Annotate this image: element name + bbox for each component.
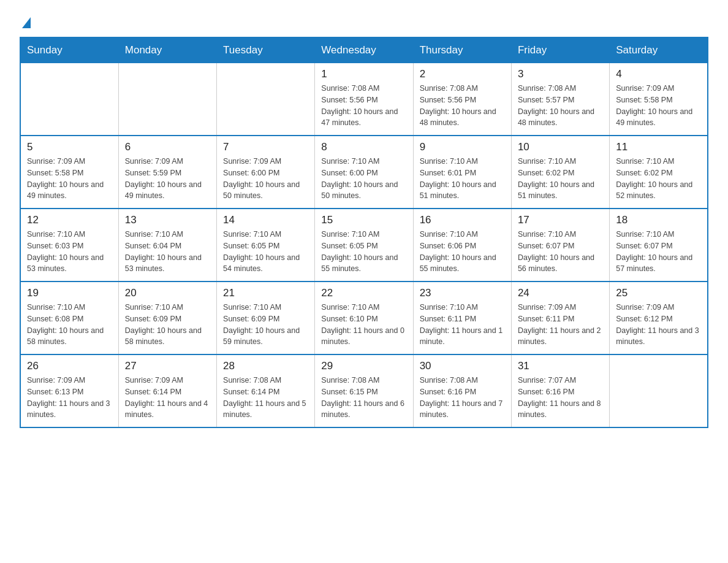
day-info: Sunrise: 7:10 AM Sunset: 6:05 PM Dayligh… [223,229,308,275]
calendar-day-5: 5Sunrise: 7:09 AM Sunset: 5:58 PM Daylig… [20,136,118,209]
calendar-table: SundayMondayTuesdayWednesdayThursdayFrid… [20,37,708,428]
weekday-header-sunday: Sunday [20,37,118,63]
day-number: 7 [223,141,308,153]
day-info: Sunrise: 7:08 AM Sunset: 5:56 PM Dayligh… [321,83,406,129]
calendar-day-14: 14Sunrise: 7:10 AM Sunset: 6:05 PM Dayli… [217,209,315,282]
calendar-day-16: 16Sunrise: 7:10 AM Sunset: 6:06 PM Dayli… [413,209,511,282]
empty-cell [20,63,118,136]
calendar-week-row: 12Sunrise: 7:10 AM Sunset: 6:03 PM Dayli… [20,209,708,282]
calendar-day-26: 26Sunrise: 7:09 AM Sunset: 6:13 PM Dayli… [20,354,118,427]
day-number: 29 [321,360,406,372]
day-info: Sunrise: 7:09 AM Sunset: 6:11 PM Dayligh… [518,302,603,348]
day-info: Sunrise: 7:10 AM Sunset: 6:01 PM Dayligh… [420,156,505,202]
calendar-day-12: 12Sunrise: 7:10 AM Sunset: 6:03 PM Dayli… [20,209,118,282]
day-info: Sunrise: 7:10 AM Sunset: 6:09 PM Dayligh… [223,302,308,348]
day-number: 8 [321,141,406,153]
day-number: 9 [420,141,505,153]
day-info: Sunrise: 7:10 AM Sunset: 6:10 PM Dayligh… [321,302,406,348]
day-number: 22 [321,287,406,299]
calendar-day-21: 21Sunrise: 7:10 AM Sunset: 6:09 PM Dayli… [217,282,315,354]
calendar-day-22: 22Sunrise: 7:10 AM Sunset: 6:10 PM Dayli… [315,282,413,354]
calendar-day-30: 30Sunrise: 7:08 AM Sunset: 6:16 PM Dayli… [413,354,511,427]
day-number: 24 [518,287,603,299]
day-number: 4 [616,68,701,80]
calendar-day-20: 20Sunrise: 7:10 AM Sunset: 6:09 PM Dayli… [118,282,216,354]
day-info: Sunrise: 7:08 AM Sunset: 5:57 PM Dayligh… [518,83,603,129]
day-number: 16 [420,214,505,226]
day-info: Sunrise: 7:10 AM Sunset: 6:07 PM Dayligh… [616,229,701,275]
day-info: Sunrise: 7:10 AM Sunset: 6:02 PM Dayligh… [616,156,701,202]
calendar-day-31: 31Sunrise: 7:07 AM Sunset: 6:16 PM Dayli… [511,354,609,427]
calendar-day-11: 11Sunrise: 7:10 AM Sunset: 6:02 PM Dayli… [610,136,708,209]
day-number: 28 [223,360,308,372]
day-info: Sunrise: 7:08 AM Sunset: 6:16 PM Dayligh… [420,375,505,421]
day-info: Sunrise: 7:10 AM Sunset: 6:07 PM Dayligh… [518,229,603,275]
day-info: Sunrise: 7:10 AM Sunset: 6:05 PM Dayligh… [321,229,406,275]
day-number: 30 [420,360,505,372]
logo-triangle-icon [22,17,31,28]
calendar-week-row: 26Sunrise: 7:09 AM Sunset: 6:13 PM Dayli… [20,354,708,427]
day-number: 13 [125,214,210,226]
calendar-week-row: 19Sunrise: 7:10 AM Sunset: 6:08 PM Dayli… [20,282,708,354]
day-number: 25 [616,287,701,299]
calendar-day-28: 28Sunrise: 7:08 AM Sunset: 6:14 PM Dayli… [217,354,315,427]
page-header [20,15,708,25]
calendar-day-27: 27Sunrise: 7:09 AM Sunset: 6:14 PM Dayli… [118,354,216,427]
day-info: Sunrise: 7:08 AM Sunset: 6:14 PM Dayligh… [223,375,308,421]
day-info: Sunrise: 7:08 AM Sunset: 5:56 PM Dayligh… [420,83,505,129]
calendar-day-3: 3Sunrise: 7:08 AM Sunset: 5:57 PM Daylig… [511,63,609,136]
weekday-header-thursday: Thursday [413,37,511,63]
day-info: Sunrise: 7:10 AM Sunset: 6:11 PM Dayligh… [420,302,505,348]
day-info: Sunrise: 7:09 AM Sunset: 5:59 PM Dayligh… [125,156,210,202]
day-number: 14 [223,214,308,226]
day-number: 6 [125,141,210,153]
day-number: 20 [125,287,210,299]
calendar-day-4: 4Sunrise: 7:09 AM Sunset: 5:58 PM Daylig… [610,63,708,136]
calendar-day-24: 24Sunrise: 7:09 AM Sunset: 6:11 PM Dayli… [511,282,609,354]
calendar-week-row: 1Sunrise: 7:08 AM Sunset: 5:56 PM Daylig… [20,63,708,136]
day-info: Sunrise: 7:08 AM Sunset: 6:15 PM Dayligh… [321,375,406,421]
day-info: Sunrise: 7:09 AM Sunset: 6:12 PM Dayligh… [616,302,701,348]
day-number: 11 [616,141,701,153]
day-number: 12 [27,214,112,226]
day-info: Sunrise: 7:10 AM Sunset: 6:03 PM Dayligh… [27,229,112,275]
day-info: Sunrise: 7:09 AM Sunset: 6:00 PM Dayligh… [223,156,308,202]
day-number: 3 [518,68,603,80]
day-info: Sunrise: 7:09 AM Sunset: 5:58 PM Dayligh… [616,83,701,129]
calendar-day-23: 23Sunrise: 7:10 AM Sunset: 6:11 PM Dayli… [413,282,511,354]
calendar-week-row: 5Sunrise: 7:09 AM Sunset: 5:58 PM Daylig… [20,136,708,209]
calendar-header-row: SundayMondayTuesdayWednesdayThursdayFrid… [20,37,708,63]
day-number: 1 [321,68,406,80]
calendar-day-8: 8Sunrise: 7:10 AM Sunset: 6:00 PM Daylig… [315,136,413,209]
calendar-day-10: 10Sunrise: 7:10 AM Sunset: 6:02 PM Dayli… [511,136,609,209]
empty-cell [118,63,216,136]
day-number: 15 [321,214,406,226]
weekday-header-saturday: Saturday [610,37,708,63]
day-number: 23 [420,287,505,299]
calendar-day-7: 7Sunrise: 7:09 AM Sunset: 6:00 PM Daylig… [217,136,315,209]
empty-cell [217,63,315,136]
calendar-day-9: 9Sunrise: 7:10 AM Sunset: 6:01 PM Daylig… [413,136,511,209]
calendar-day-29: 29Sunrise: 7:08 AM Sunset: 6:15 PM Dayli… [315,354,413,427]
empty-cell [610,354,708,427]
day-info: Sunrise: 7:10 AM Sunset: 6:08 PM Dayligh… [27,302,112,348]
calendar-day-25: 25Sunrise: 7:09 AM Sunset: 6:12 PM Dayli… [610,282,708,354]
calendar-day-19: 19Sunrise: 7:10 AM Sunset: 6:08 PM Dayli… [20,282,118,354]
calendar-day-17: 17Sunrise: 7:10 AM Sunset: 6:07 PM Dayli… [511,209,609,282]
day-info: Sunrise: 7:10 AM Sunset: 6:04 PM Dayligh… [125,229,210,275]
calendar-day-1: 1Sunrise: 7:08 AM Sunset: 5:56 PM Daylig… [315,63,413,136]
day-info: Sunrise: 7:09 AM Sunset: 5:58 PM Dayligh… [27,156,112,202]
day-info: Sunrise: 7:07 AM Sunset: 6:16 PM Dayligh… [518,375,603,421]
day-number: 26 [27,360,112,372]
day-number: 10 [518,141,603,153]
day-info: Sunrise: 7:10 AM Sunset: 6:00 PM Dayligh… [321,156,406,202]
day-number: 5 [27,141,112,153]
weekday-header-tuesday: Tuesday [217,37,315,63]
weekday-header-wednesday: Wednesday [315,37,413,63]
calendar-day-18: 18Sunrise: 7:10 AM Sunset: 6:07 PM Dayli… [610,209,708,282]
day-number: 27 [125,360,210,372]
calendar-day-2: 2Sunrise: 7:08 AM Sunset: 5:56 PM Daylig… [413,63,511,136]
logo [20,15,31,25]
day-info: Sunrise: 7:09 AM Sunset: 6:13 PM Dayligh… [27,375,112,421]
weekday-header-friday: Friday [511,37,609,63]
